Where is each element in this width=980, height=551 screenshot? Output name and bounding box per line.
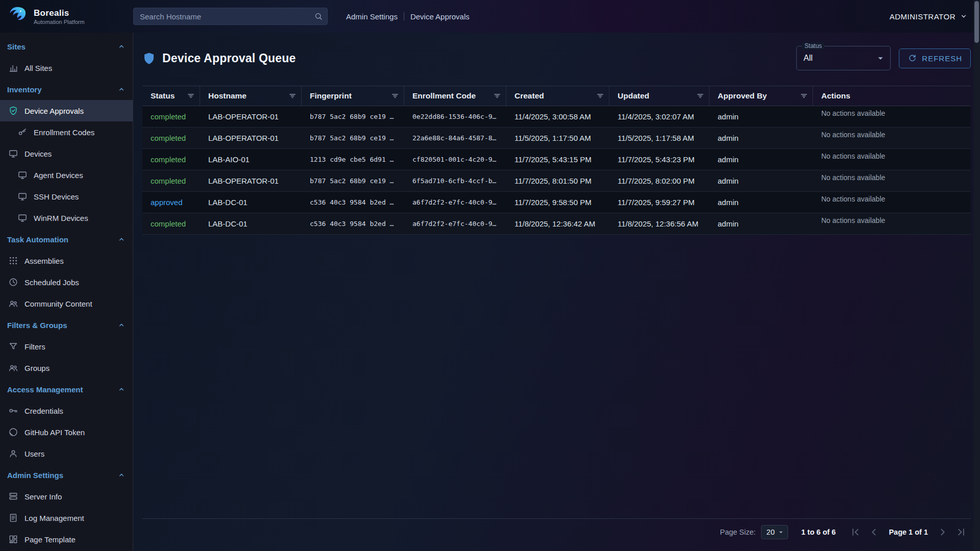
refresh-button[interactable]: REFRESH xyxy=(899,48,971,68)
sidebar-item-device-approvals[interactable]: Device Approvals xyxy=(0,100,133,121)
app-name: Borealis xyxy=(34,8,85,18)
sidebar-item-server-info[interactable]: Server Info xyxy=(0,486,133,507)
sidebar-section-access-management[interactable]: Access Management xyxy=(0,379,133,400)
hostname-cell: LAB-DC-01 xyxy=(200,192,302,213)
sidebar-item-enrollment-codes[interactable]: Enrollment Codes xyxy=(0,121,133,143)
enrollment-code-cell: 6f5ad710-6cfb-4ccf-b… xyxy=(404,170,506,191)
column-header-fingerprint[interactable]: Fingerprint xyxy=(302,86,404,106)
filter-icon[interactable] xyxy=(596,91,605,101)
sidebar-item-groups[interactable]: Groups xyxy=(0,357,133,379)
column-header-actions[interactable]: Actions xyxy=(813,86,971,106)
table-body: completedLAB-OPERATOR-01b787 5ac2 68b9 c… xyxy=(142,106,971,235)
sidebar-item-log-management[interactable]: Log Management xyxy=(0,507,133,529)
chevron-down-icon xyxy=(959,11,969,21)
last-page-button[interactable] xyxy=(954,525,968,539)
sidebar-section-filters-groups[interactable]: Filters & Groups xyxy=(0,314,133,336)
sidebar-item-community-content[interactable]: Community Content xyxy=(0,293,133,314)
filter-icon[interactable] xyxy=(186,91,195,101)
agent-devices-icon xyxy=(17,170,28,180)
actions-cell: No actions available xyxy=(813,213,971,234)
hostname-cell: LAB-OPERATOR-01 xyxy=(200,170,302,191)
sidebar-item-devices[interactable]: Devices xyxy=(0,143,133,164)
table-row[interactable]: completedLAB-OPERATOR-01b787 5ac2 68b9 c… xyxy=(142,106,971,128)
created-cell: 11/7/2025, 9:58:50 PM xyxy=(506,192,609,213)
first-page-button[interactable] xyxy=(849,525,862,539)
sidebar-section-inventory[interactable]: Inventory xyxy=(0,79,133,100)
enrollment-key-icon xyxy=(17,127,28,137)
table-row[interactable]: completedLAB-DC-01c536 40c3 9584 b2ed …a… xyxy=(142,213,971,235)
filter-icon[interactable] xyxy=(493,91,502,101)
chevron-up-icon xyxy=(116,84,127,94)
column-header-approved-by[interactable]: Approved By xyxy=(709,86,813,106)
status-filter-value: All xyxy=(803,54,813,63)
chevron-up-icon xyxy=(116,234,127,244)
approved-by-cell: admin xyxy=(709,170,813,191)
shield-icon xyxy=(142,52,156,65)
breadcrumb-device-approvals[interactable]: Device Approvals xyxy=(410,12,470,21)
sidebar-item-credentials[interactable]: Credentials xyxy=(0,400,133,421)
enrollment-code-cell: a6f7d2f2-e7fc-40c0-9… xyxy=(404,213,506,234)
filter-icon[interactable] xyxy=(288,91,297,101)
credentials-key-icon xyxy=(8,406,18,416)
search-input[interactable] xyxy=(133,8,328,25)
column-header-updated[interactable]: Updated xyxy=(609,86,709,106)
actions-cell: No actions available xyxy=(813,106,971,127)
sidebar-item-assemblies[interactable]: Assemblies xyxy=(0,250,133,271)
hostname-cell: LAB-AIO-01 xyxy=(200,149,302,170)
sidebar-item-users[interactable]: Users xyxy=(0,443,133,464)
sidebar-item-all-sites[interactable]: All Sites xyxy=(0,57,133,79)
created-cell: 11/5/2025, 1:17:50 AM xyxy=(506,128,609,148)
status-badge: completed xyxy=(151,177,186,185)
scrollbar[interactable] xyxy=(973,0,980,551)
filter-icon[interactable] xyxy=(696,91,705,101)
status-badge: completed xyxy=(151,155,186,164)
enrollment-code-cell: 22a6e88c-84a6-4587-8… xyxy=(404,128,506,148)
table-row[interactable]: completedLAB-OPERATOR-01b787 5ac2 68b9 c… xyxy=(142,170,971,192)
table-row[interactable]: approvedLAB-DC-01c536 40c3 9584 b2ed …a6… xyxy=(142,192,971,213)
next-page-button[interactable] xyxy=(936,525,949,539)
column-header-created[interactable]: Created xyxy=(506,86,609,106)
fingerprint-cell: b787 5ac2 68b9 ce19 … xyxy=(302,128,404,148)
scrollbar-thumb[interactable] xyxy=(974,1,979,43)
breadcrumb-divider xyxy=(404,12,404,20)
created-cell: 11/7/2025, 8:01:50 PM xyxy=(506,170,609,191)
table-row[interactable]: completedLAB-AIO-011213 cd9e cbe5 6d91 …… xyxy=(142,149,971,170)
sidebar-item-ssh-devices[interactable]: SSH Devices xyxy=(0,186,133,207)
sidebar-item-page-template[interactable]: Page Template xyxy=(0,529,133,550)
prev-page-button[interactable] xyxy=(867,525,880,539)
page-size-select[interactable]: 20 xyxy=(761,525,788,539)
sidebar-section-admin-settings[interactable]: Admin Settings xyxy=(0,464,133,486)
updated-cell: 11/4/2025, 3:02:07 AM xyxy=(609,106,709,127)
sidebar-item-github-api-token[interactable]: GitHub API Token xyxy=(0,421,133,443)
created-cell: 11/7/2025, 5:43:15 PM xyxy=(506,149,609,170)
filter-icon[interactable] xyxy=(390,91,400,101)
sidebar-item-filters[interactable]: Filters xyxy=(0,336,133,357)
sidebar-section-sites[interactable]: Sites xyxy=(0,36,133,57)
column-header-enrollment-code[interactable]: Enrollment Code xyxy=(404,86,506,106)
user-menu[interactable]: ADMINISTRATOR xyxy=(890,11,969,21)
status-badge: approved xyxy=(151,198,183,207)
community-icon xyxy=(8,298,18,309)
sidebar-nav: Sites All Sites Inventory Device Approva… xyxy=(0,33,133,551)
sidebar-item-winrm-devices[interactable]: WinRM Devices xyxy=(0,207,133,229)
main-content: Device Approval Queue Status All REFRESH… xyxy=(133,33,980,551)
actions-cell: No actions available xyxy=(813,128,971,148)
devices-icon xyxy=(8,148,18,159)
filter-icon[interactable] xyxy=(799,91,808,101)
sidebar-item-agent-devices[interactable]: Agent Devices xyxy=(0,164,133,186)
pagination-range: 1 to 6 of 6 xyxy=(801,528,836,536)
chevron-up-icon xyxy=(116,384,127,394)
column-header-hostname[interactable]: Hostname xyxy=(200,86,302,106)
sidebar-item-scheduled-jobs[interactable]: Scheduled Jobs xyxy=(0,271,133,293)
table-row[interactable]: completedLAB-OPERATOR-01b787 5ac2 68b9 c… xyxy=(142,128,971,149)
page-size-value: 20 xyxy=(767,528,775,536)
log-icon xyxy=(8,513,18,523)
breadcrumb-admin-settings[interactable]: Admin Settings xyxy=(346,12,398,21)
fingerprint-cell: c536 40c3 9584 b2ed … xyxy=(302,192,404,213)
header-controls: Status All REFRESH xyxy=(796,46,971,70)
status-filter-select[interactable]: Status All xyxy=(796,46,891,70)
filter-icon xyxy=(8,341,18,352)
approved-by-cell: admin xyxy=(709,106,813,127)
column-header-status[interactable]: Status xyxy=(142,86,200,106)
sidebar-section-task-automation[interactable]: Task Automation xyxy=(0,229,133,250)
